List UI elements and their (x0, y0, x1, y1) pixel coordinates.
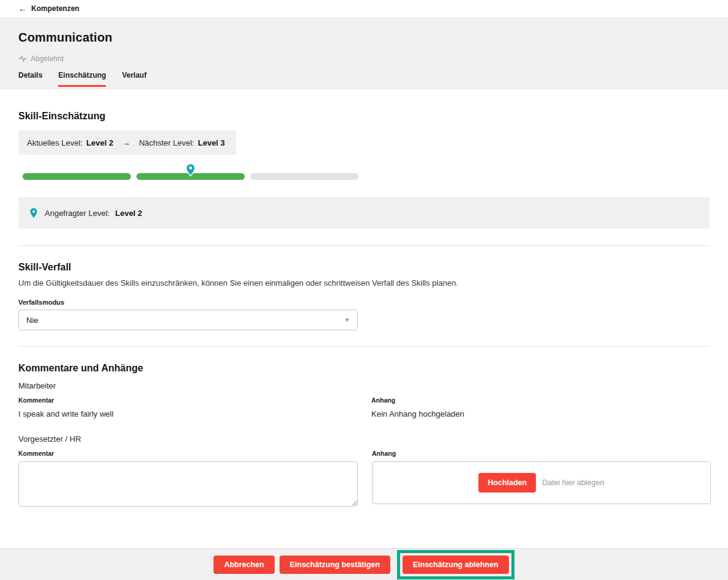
activity-pulse-icon (18, 54, 27, 63)
tab-bar: Details Einschätzung Verlauf (18, 71, 710, 87)
cancel-button[interactable]: Abbrechen (214, 556, 274, 574)
next-level-value: Level 3 (198, 138, 225, 147)
back-arrow-icon: ← (18, 4, 27, 13)
employee-attachment-value: Kein Anhang hochgeladen (371, 409, 710, 418)
decay-section-title: Skill-Verfall (18, 262, 710, 273)
page-title: Communication (18, 31, 710, 45)
decay-mode-selected-value: Nie (26, 316, 39, 325)
supervisor-role-label: Vorgesetzter / HR (18, 434, 710, 444)
requested-level-label: Angefragter Level: (45, 209, 110, 218)
progress-segment-1 (23, 173, 131, 180)
status-line: Abgelehnt (18, 54, 710, 63)
progress-segment-3 (250, 173, 358, 180)
requested-level-pin-icon (184, 163, 198, 177)
tab-details[interactable]: Details (18, 71, 42, 87)
section-divider (18, 245, 710, 246)
drop-file-hint: Datei hier ablegen (542, 478, 604, 487)
confirm-assessment-button[interactable]: Einschätzung bestätigen (280, 556, 390, 574)
annotation-highlight-box: Einschätzung ablehnen (397, 550, 514, 579)
tab-verlauf[interactable]: Verlauf (122, 71, 146, 87)
comments-section-title: Kommentare und Anhänge (18, 363, 710, 374)
current-level-value: Level 2 (86, 138, 113, 147)
assessment-section-title: Skill-Einschätzung (18, 89, 710, 122)
action-footer: Abbrechen Einschätzung bestätigen Einsch… (0, 548, 728, 580)
top-bar: ← Kompetenzen (0, 0, 728, 17)
requested-level-box: Angefragter Level: Level 2 (18, 197, 710, 229)
supervisor-comment-row: Kommentar Anhang Hochladen Datei hier ab… (18, 444, 710, 509)
supervisor-attachment-label: Anhang (372, 450, 711, 457)
level-progress-bar (23, 173, 710, 180)
status-badge: Abgelehnt (31, 54, 64, 63)
map-pin-icon (28, 207, 39, 218)
next-level-label: Nächster Level: (139, 138, 194, 147)
requested-level-value: Level 2 (115, 209, 142, 218)
level-arrow-icon: → (117, 138, 135, 147)
tab-einschaetzung[interactable]: Einschätzung (58, 71, 106, 87)
supervisor-comment-label: Kommentar (18, 450, 358, 457)
employee-comment-label: Kommentar (18, 396, 357, 404)
dropdown-caret-icon: ▼ (344, 317, 350, 323)
decay-mode-label: Verfallsmodus (18, 299, 710, 306)
upload-button[interactable]: Hochladen (478, 473, 536, 493)
decay-mode-select[interactable]: Nie ▼ (18, 310, 358, 330)
page-header: Communication Abgelehnt Details Einschät… (0, 17, 728, 89)
main-content: Skill-Einschätzung Aktuelles Level: Leve… (0, 89, 728, 509)
back-to-competencies-link[interactable]: ← Kompetenzen (18, 4, 80, 13)
level-transition-box: Aktuelles Level: Level 2 → Nächster Leve… (18, 130, 236, 155)
decay-description: Um die Gültigkeitsdauer des Skills einzu… (18, 278, 710, 288)
reject-assessment-button[interactable]: Einschätzung ablehnen (403, 556, 509, 574)
back-link-label: Kompetenzen (31, 4, 80, 13)
supervisor-comment-textarea[interactable] (18, 461, 358, 507)
employee-attachment-label: Anhang (371, 396, 710, 404)
section-divider (18, 346, 710, 347)
employee-comment-row: Kommentar I speak and write fairly well … (18, 390, 710, 418)
attachment-dropzone[interactable]: Hochladen Datei hier ablegen (372, 461, 711, 504)
employee-role-label: Mitarbeiter (18, 381, 710, 390)
employee-comment-value: I speak and write fairly well (18, 409, 357, 418)
current-level-label: Aktuelles Level: (27, 138, 83, 147)
